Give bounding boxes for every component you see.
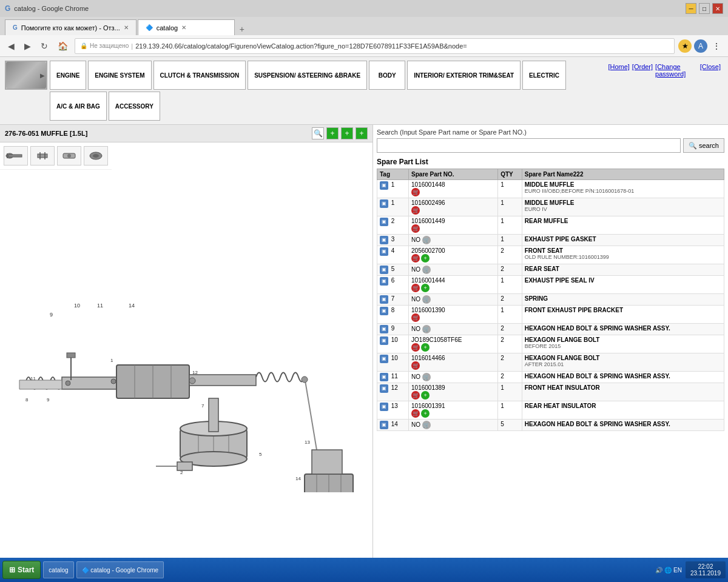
- new-tab-button[interactable]: +: [236, 23, 248, 35]
- menu-electric[interactable]: ELECTRIC: [522, 61, 566, 90]
- maximize-button[interactable]: □: [699, 3, 710, 14]
- part-name-main: FRONT HEAT INSULATOR: [525, 384, 721, 391]
- menu-body[interactable]: BODY: [369, 61, 405, 90]
- table-row[interactable]: ▣ 7NO 🛒2SPRING: [377, 294, 724, 306]
- cell-tag: ▣ 12: [377, 383, 409, 401]
- browser-logo: G: [5, 4, 10, 13]
- tab-2[interactable]: 🔷 catalog ✕: [138, 19, 235, 35]
- svg-point-7: [67, 154, 71, 158]
- thumb-2[interactable]: [30, 146, 55, 166]
- profile-icon[interactable]: A: [694, 39, 707, 53]
- taskbar-item-chrome[interactable]: 🔷 catalog - Google Chrome: [76, 561, 164, 578]
- cart-icon[interactable]: 🛒: [411, 224, 420, 233]
- svg-text:14: 14: [295, 476, 301, 481]
- menu-engine[interactable]: ENGINE: [50, 61, 86, 90]
- table-row[interactable]: ▣ 131016001391 🛒+1REAR HEAT INSULATOR: [377, 401, 724, 420]
- cart-icon-gray: 🛒: [422, 421, 431, 429]
- order-link[interactable]: [Order]: [632, 63, 653, 70]
- table-row[interactable]: ▣ 14NO 🛒5HEXAGON HEAD BOLT & SPRING WASH…: [377, 420, 724, 431]
- cell-part-no: 1016001390 🛒: [409, 306, 498, 324]
- print-btn[interactable]: +: [356, 127, 368, 139]
- add-icon[interactable]: +: [421, 254, 430, 263]
- table-row[interactable]: ▣ 81016001390 🛒1FRONT EXHAUST PIPE BRACK…: [377, 306, 724, 324]
- close-button[interactable]: ✕: [712, 3, 723, 14]
- cart-icon[interactable]: 🛒: [411, 313, 420, 322]
- search-button[interactable]: 🔍 search: [683, 138, 724, 153]
- car-logo[interactable]: ▶: [5, 61, 47, 90]
- table-row[interactable]: ▣ 5NO 🛒2REAR SEAT: [377, 264, 724, 276]
- cart-icon[interactable]: 🛒: [411, 343, 420, 352]
- cell-tag: ▣ 13: [377, 401, 409, 420]
- exhaust-diagram: 9 10 11 14: [0, 170, 372, 582]
- col-part-no: Spare Part NO.: [409, 169, 498, 180]
- cell-tag: ▣ 1: [377, 180, 409, 198]
- thumb-3[interactable]: [57, 146, 81, 166]
- cart-icon[interactable]: 🛒: [411, 254, 420, 263]
- table-row[interactable]: ▣ 42056002700 🛒+2FRONT SEATOLD RULE NUMB…: [377, 246, 724, 264]
- add-icon[interactable]: +: [421, 391, 430, 400]
- table-row[interactable]: ▣ 9NO 🛒2HEXAGON HEAD BOLT & SPRING WASHE…: [377, 324, 724, 335]
- reload-button[interactable]: ↻: [38, 40, 51, 52]
- svg-text:1: 1: [110, 358, 113, 363]
- menu-icon[interactable]: ⋮: [710, 39, 723, 53]
- part-name-main: HEXAGON FLANGE BOLT: [525, 355, 721, 361]
- menu-engine-system[interactable]: ENGINE SYSTEM: [88, 61, 151, 90]
- menu-clutch[interactable]: CLUTCH & TRANSMISSION: [153, 61, 246, 90]
- address-bar[interactable]: 🔒 Не защищено | 219.139.240.66/catalog/c…: [75, 38, 675, 54]
- svg-rect-1: [8, 155, 22, 157]
- close-link[interactable]: [Close]: [700, 63, 721, 70]
- cart-icon[interactable]: 🛒: [411, 188, 420, 196]
- table-row[interactable]: ▣ 101016014466 🛒2HEXAGON FLANGE BOLTAFTE…: [377, 353, 724, 372]
- action-icons: 🛒+: [411, 254, 495, 263]
- zoom-out-btn[interactable]: +: [341, 127, 353, 139]
- cell-part-no: 1016001391 🛒+: [409, 401, 498, 420]
- home-link[interactable]: [Home]: [608, 63, 629, 70]
- bookmark-icon[interactable]: ★: [678, 39, 692, 53]
- lock-icon: 🔒: [80, 42, 87, 49]
- cart-icon[interactable]: 🛒: [411, 409, 420, 418]
- home-button[interactable]: 🏠: [55, 40, 71, 52]
- tag-icon: ▣: [380, 384, 388, 393]
- action-icons: 🛒: [411, 206, 495, 215]
- menu-interior[interactable]: INTERIOR/ EXTERIOR TRIM&SEAT: [407, 61, 521, 90]
- forward-button[interactable]: ▶: [21, 40, 34, 52]
- table-row[interactable]: ▣ 3NO 🛒1EXHAUST PIPE GASKET: [377, 235, 724, 246]
- cart-icon[interactable]: 🛒: [411, 206, 420, 215]
- zoom-in-btn[interactable]: +: [326, 127, 339, 139]
- taskbar-item-catalog[interactable]: catalog: [43, 561, 73, 578]
- tab-1[interactable]: G Помогите кто как может) - Отз... ✕: [5, 19, 136, 35]
- thumb-4[interactable]: [84, 146, 108, 166]
- add-icon[interactable]: +: [421, 409, 430, 418]
- cart-icon[interactable]: 🛒: [411, 284, 420, 292]
- svg-text:14: 14: [129, 303, 135, 309]
- cell-name: HEXAGON FLANGE BOLTAFTER 2015.01: [522, 353, 724, 372]
- table-row[interactable]: ▣ 21016001449 🛒1REAR MUFFLE: [377, 216, 724, 235]
- taskbar-time-display: 22:02: [690, 563, 721, 570]
- menu-suspension[interactable]: SUSPENSION/ &STEERING &BRAKE: [248, 61, 367, 90]
- thumb-1[interactable]: [4, 146, 28, 166]
- minimize-button[interactable]: ─: [686, 3, 696, 14]
- cart-icon[interactable]: 🛒: [411, 361, 420, 370]
- cart-icon[interactable]: 🛒: [411, 391, 420, 400]
- menu-ac[interactable]: A/C & AIR BAG: [50, 92, 107, 121]
- add-icon[interactable]: +: [421, 343, 430, 352]
- start-button[interactable]: ⊞ Start: [2, 561, 41, 579]
- tab1-close[interactable]: ✕: [124, 24, 129, 31]
- title-bar: G catalog - Google Chrome ─ □ ✕: [0, 0, 728, 17]
- change-password-link[interactable]: [Change password]: [655, 63, 698, 78]
- table-row[interactable]: ▣ 11016002496 🛒1MIDDLE MUFFLEEURO IV: [377, 198, 724, 216]
- search-diagram-btn[interactable]: 🔍: [312, 127, 324, 139]
- add-icon[interactable]: +: [421, 284, 430, 292]
- search-input[interactable]: [377, 138, 681, 153]
- title-bar-left: G catalog - Google Chrome: [5, 4, 89, 13]
- back-button[interactable]: ◀: [5, 40, 18, 52]
- taskbar-item-label: catalog: [49, 567, 68, 574]
- cell-tag: ▣ 10: [377, 353, 409, 372]
- table-row[interactable]: ▣ 11NO 🛒2HEXAGON HEAD BOLT & SPRING WASH…: [377, 372, 724, 383]
- table-row[interactable]: ▣ 121016001389 🛒+1FRONT HEAT INSULATOR: [377, 383, 724, 401]
- table-row[interactable]: ▣ 10JO189C1058TF6E 🛒+2HEXAGON FLANGE BOL…: [377, 335, 724, 353]
- table-row[interactable]: ▣ 61016001444 🛒+1EXHAUST PIPE SEAL IV: [377, 276, 724, 294]
- menu-accessory[interactable]: ACCESSORY: [109, 92, 160, 121]
- table-row[interactable]: ▣ 11016001448 🛒1MIDDLE MUFFLEEURO III/OB…: [377, 180, 724, 198]
- tab2-close[interactable]: ✕: [181, 24, 186, 31]
